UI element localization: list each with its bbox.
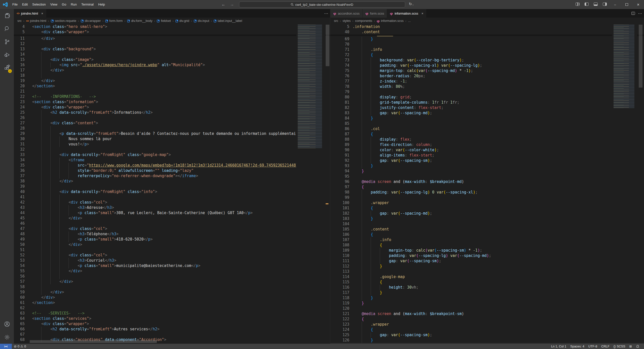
scrollbar-thumb[interactable] (639, 25, 642, 88)
breadcrumb-item[interactable]: div.grid (175, 19, 189, 23)
indent-guide (59, 274, 68, 279)
indent-guide (32, 295, 41, 300)
breadcrumb: src›<>joindre.html›section.requete›div.w… (14, 18, 330, 24)
vertical-scrollbar[interactable] (637, 24, 644, 344)
indent-guide (68, 163, 78, 168)
line-number: 91 (330, 153, 353, 158)
breadcrumb-item[interactable]: φinformation.scss (377, 19, 404, 23)
close-tab-icon[interactable]: × (422, 12, 424, 15)
indent-guide (353, 158, 362, 163)
menu-file[interactable]: File (10, 3, 20, 6)
code-line: 4<section class="hero small-hero"> (14, 24, 330, 29)
close-tab-icon[interactable]: × (41, 12, 43, 15)
breadcrumb-item[interactable]: styles (343, 19, 351, 23)
breadcrumb-item[interactable]: form.form (105, 19, 123, 23)
breadcrumb-item[interactable]: src (17, 19, 22, 23)
more-actions-icon[interactable]: ⋯ (324, 11, 328, 16)
indent-guide (353, 332, 362, 338)
scrollbar-thumb[interactable] (326, 25, 329, 66)
indent-guide (371, 147, 380, 153)
line-number: 109 (330, 248, 353, 253)
horizontal-scrollbar-thumb[interactable] (30, 340, 157, 343)
menu-view[interactable]: View (48, 3, 60, 6)
more-actions-icon[interactable]: ⋯ (638, 11, 642, 16)
indent-guide (41, 152, 50, 158)
forward-arrow-icon[interactable]: → (230, 2, 234, 7)
breadcrumb-item[interactable]: components (355, 19, 372, 23)
sync-icon[interactable]: ↻⌄ (409, 2, 414, 6)
restore-button[interactable] (621, 0, 632, 9)
menu-terminal[interactable]: Terminal (79, 3, 96, 6)
explorer-icon[interactable] (0, 9, 14, 22)
minimap[interactable] (296, 24, 325, 344)
breadcrumb-item[interactable]: div.form__body (127, 19, 153, 23)
settings-gear-icon[interactable] (0, 331, 14, 344)
tab-label: accordion.scss (338, 12, 360, 15)
notifications-bell-icon[interactable] (634, 344, 641, 349)
split-editor-icon[interactable] (631, 12, 635, 15)
breadcrumb-item[interactable]: section.requete (51, 19, 76, 23)
indent-guide (59, 205, 68, 210)
code-line: 69} (330, 36, 644, 42)
ports-icon[interactable]: ⊞ (627, 344, 634, 349)
breadcrumb-item[interactable]: <>joindre.html (26, 19, 46, 23)
run-and-debug-icon[interactable] (0, 48, 14, 61)
breadcrumb-item[interactable]: div.input (194, 19, 209, 23)
menu-go[interactable]: Go (60, 3, 68, 6)
vertical-scrollbar[interactable] (325, 24, 330, 344)
breadcrumb-label: src (334, 19, 338, 23)
menu-edit[interactable]: Edit (20, 3, 30, 6)
line-number: 73 (330, 58, 353, 63)
menu-selection[interactable]: Selection (30, 3, 48, 6)
breadcrumb-item[interactable]: src (334, 19, 338, 23)
language-mode[interactable]: {} SCSS (612, 344, 627, 349)
line-number: 20 (14, 84, 32, 89)
code-editor-html[interactable]: 4<section class="hero small-hero">5<div … (14, 24, 330, 344)
indent-guide (32, 131, 41, 136)
minimize-button[interactable]: – (609, 0, 621, 9)
toggle-secondary-sidebar-icon[interactable] (603, 3, 607, 7)
tab-form.scss[interactable]: φform.scss (363, 9, 387, 18)
indent-guide (41, 110, 50, 115)
code-line: 100.wrapper (330, 200, 644, 206)
minimap[interactable] (612, 24, 637, 344)
breadcrumb-item[interactable]: label.input__label (214, 19, 242, 23)
encoding[interactable]: UTF-8 (586, 344, 599, 349)
remote-indicator[interactable]: >< (0, 344, 12, 349)
indent-guide (32, 210, 41, 216)
code-line: 115{ (330, 280, 644, 285)
problems-indicator[interactable]: ⊘ 0 ⚠ 0 (12, 344, 28, 349)
code-line: 48<h3>Téléphone</h3> (14, 231, 330, 237)
indent-guide (32, 68, 41, 73)
indent-guide (362, 36, 371, 42)
cursor-position[interactable]: Ln 1, Col 1 (549, 344, 568, 349)
extensions-icon[interactable]: ⚠ (0, 61, 14, 74)
tab-joindre.html[interactable]: <>joindre.html× (14, 9, 46, 18)
customize-layout-icon[interactable] (576, 3, 580, 7)
code-editor-scss[interactable]: 5.information40.content69}7071.info72{73… (330, 24, 644, 344)
eol-sequence[interactable]: CRLF (599, 344, 612, 349)
search-sidebar-icon[interactable] (0, 22, 14, 35)
indent-guide (362, 47, 371, 52)
tab-accordion.scss[interactable]: φaccordion.scss (330, 9, 363, 18)
indent-guide (50, 173, 59, 179)
breadcrumb-item[interactable]: div.wrapper (81, 19, 101, 23)
tab-information.scss[interactable]: φinformation.scss× (387, 9, 426, 18)
command-center-search[interactable]: cw4_tp2_baie-ste-catherine-NoahFevrD (239, 2, 405, 8)
menu-run[interactable]: Run (68, 3, 79, 6)
source-control-icon[interactable] (0, 35, 14, 48)
toggle-panel-icon[interactable] (594, 3, 598, 7)
indentation[interactable]: Spaces: 4 (568, 344, 586, 349)
indent-guide (362, 338, 371, 343)
line-number: 22 (14, 94, 32, 99)
close-button[interactable]: ✕ (632, 0, 644, 9)
toggle-sidebar-icon[interactable] (585, 3, 589, 7)
back-arrow-icon[interactable]: ← (221, 2, 225, 7)
line-number: 78 (330, 84, 353, 89)
menu-help[interactable]: Help (96, 3, 107, 6)
line-number: 59 (14, 290, 32, 295)
breadcrumb-item[interactable]: fieldset (157, 19, 171, 23)
breadcrumb-item[interactable]: ... (408, 19, 411, 23)
accounts-icon[interactable] (0, 318, 14, 331)
indent-guide (41, 237, 50, 242)
